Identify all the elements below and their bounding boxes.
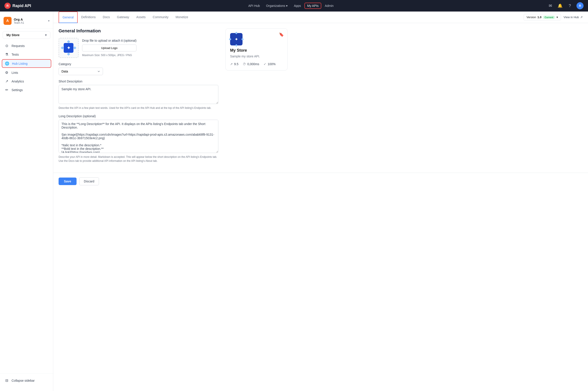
nav-my-apis[interactable]: My APIs: [304, 3, 321, 9]
nav-admin[interactable]: Admin: [322, 3, 336, 9]
store-name: My Store: [6, 33, 19, 37]
sidebar-item-analytics[interactable]: ↗ Analytics: [0, 77, 53, 86]
preview-sidebar: 🔖 ✦ My Store Sample my store API. ↗: [225, 28, 288, 167]
bell-icon[interactable]: 🔔: [557, 3, 563, 9]
tab-gateway[interactable]: Gateway: [113, 12, 133, 23]
long-desc-hint: Describe your API in more detail. Markdo…: [59, 155, 218, 163]
short-description-input[interactable]: Sample my store API.: [59, 85, 218, 104]
nav-apps[interactable]: Apps: [291, 3, 303, 9]
avatar[interactable]: R: [577, 2, 584, 9]
analytics-icon: ↗: [4, 79, 9, 83]
collapse-icon: ⊟: [4, 378, 9, 383]
topnav-right: ✉ 🔔 ? R: [547, 2, 584, 9]
long-desc-label: Long Description (optional): [59, 114, 218, 118]
chevron-down-icon: ▾: [557, 15, 558, 19]
tab-community[interactable]: Community: [149, 12, 172, 23]
sidebar-bottom: ⊟ Collapse sidebar: [0, 373, 53, 388]
category-select[interactable]: Data Finance Weather Social Sports: [59, 68, 103, 75]
preview-logo-star: ✦: [235, 37, 238, 42]
general-form: General Information ✦: [59, 28, 218, 167]
tab-monetize[interactable]: Monetize: [172, 12, 192, 23]
version-status-badge: Current: [543, 15, 555, 19]
trending-icon: ↗: [230, 62, 233, 66]
app-layout: A Org A Team A1 ▾ My Store ▾ ⊙ Requests …: [0, 11, 588, 391]
sidebar-item-label: Settings: [11, 88, 23, 92]
category-field: Category Data Finance Weather Social Spo…: [59, 62, 218, 75]
org-info: Org A Team A1: [14, 17, 46, 24]
tabs-bar: General Definitions Docs Gateway Assets …: [53, 11, 588, 23]
store-selector[interactable]: My Store ▾: [3, 31, 50, 39]
logo-text: Rapid API: [12, 3, 31, 8]
top-navigation: R Rapid API API Hub Organizations ▾ Apps…: [0, 0, 588, 11]
sidebar-item-label: Lints: [11, 71, 18, 75]
bookmark-icon[interactable]: 🔖: [279, 32, 284, 37]
preview-api-desc: Sample my store API.: [230, 54, 283, 59]
short-description-field: Short Description Sample my store API. D…: [59, 80, 218, 110]
external-link-icon: ↗: [580, 15, 583, 19]
preview-api-name: My Store: [230, 48, 283, 53]
sidebar-item-settings[interactable]: ✏ Settings: [0, 86, 53, 94]
upload-logo-button[interactable]: Upload Logo: [82, 45, 137, 51]
sidebar-item-tests[interactable]: ⚗ Tests: [0, 50, 53, 59]
sidebar-item-hub-listing[interactable]: 🌐 Hub Listing: [2, 59, 51, 68]
stat-latency: ⏱ 0,000ms: [243, 62, 259, 66]
preview-logo: ✦: [230, 33, 243, 45]
tests-icon: ⚗: [4, 52, 9, 57]
view-in-hub-label: View in Hub: [564, 15, 579, 19]
stat-score: ↗ 9.5: [230, 62, 238, 66]
save-button[interactable]: Save: [59, 178, 77, 185]
chevron-down-icon: ▾: [286, 4, 288, 7]
logo-icon: R: [4, 3, 11, 9]
view-in-hub-link[interactable]: View in Hub ↗: [564, 15, 583, 19]
globe-icon: 🌐: [5, 61, 9, 66]
version-label: Version: [527, 15, 536, 19]
main-content: General Definitions Docs Gateway Assets …: [53, 11, 588, 391]
long-description-input[interactable]: This is the **Long Description** for the…: [59, 120, 218, 153]
org-name: Org A: [14, 17, 46, 21]
mail-icon[interactable]: ✉: [547, 3, 553, 9]
sidebar-item-lints[interactable]: ⚙ Lints: [0, 68, 53, 77]
tab-docs[interactable]: Docs: [99, 12, 113, 23]
settings-icon: ✏: [4, 88, 9, 92]
sidebar-nav: ⊙ Requests ⚗ Tests 🌐 Hub Listing ⚙ Lints…: [0, 41, 53, 373]
footer-buttons: Save Discard: [53, 173, 588, 190]
category-select-wrapper: Data Finance Weather Social Sports: [59, 68, 103, 75]
sidebar: A Org A Team A1 ▾ My Store ▾ ⊙ Requests …: [0, 11, 53, 391]
preview-card: 🔖 ✦ My Store Sample my store API. ↗: [225, 28, 288, 71]
logo-upload-area: ✦ Drop file to upload or attach it (opti…: [59, 38, 218, 58]
uptime-value: 100%: [268, 62, 276, 66]
sidebar-item-label: Hub Listing: [12, 62, 27, 65]
tab-definitions[interactable]: Definitions: [78, 12, 99, 23]
sidebar-item-label: Requests: [11, 44, 25, 48]
clock-icon: ⏱: [243, 62, 246, 66]
preview-stats: ↗ 9.5 ⏱ 0,000ms ✓ 100%: [230, 62, 283, 66]
tab-general[interactable]: General: [59, 11, 78, 23]
lints-icon: ⚙: [4, 71, 9, 75]
collapse-sidebar-button[interactable]: ⊟ Collapse sidebar: [0, 376, 53, 385]
org-team: Team A1: [14, 21, 46, 24]
collapse-label: Collapse sidebar: [11, 379, 35, 382]
discard-button[interactable]: Discard: [79, 177, 99, 185]
nav-organizations[interactable]: Organizations ▾: [263, 3, 290, 9]
logo-drop-zone[interactable]: ✦: [59, 38, 79, 58]
latency-value: 0,000ms: [247, 62, 259, 66]
requests-icon: ⊙: [4, 44, 9, 48]
score-value: 9.5: [234, 62, 238, 66]
page-content: General Information ✦: [53, 23, 588, 173]
sidebar-item-label: Tests: [11, 53, 19, 56]
short-desc-hint: Describe the API in a few plain text wor…: [59, 106, 218, 110]
stat-uptime: ✓ 100%: [264, 62, 276, 66]
org-selector[interactable]: A Org A Team A1 ▾: [0, 15, 53, 29]
version-number: 1.0: [537, 15, 541, 19]
chevron-down-icon: ▾: [48, 19, 49, 22]
version-selector[interactable]: Version 1.0 Current ▾: [524, 14, 561, 21]
upload-hint: Drop file to upload or attach it (option…: [82, 39, 137, 42]
chevron-down-icon: ▾: [45, 33, 47, 37]
sidebar-item-requests[interactable]: ⊙ Requests: [0, 41, 53, 50]
topnav-links: API Hub Organizations ▾ Apps My APIs Adm…: [40, 3, 542, 9]
tab-assets[interactable]: Assets: [133, 12, 149, 23]
help-icon[interactable]: ?: [567, 3, 573, 9]
nav-api-hub[interactable]: API Hub: [246, 3, 263, 9]
logo[interactable]: R Rapid API: [4, 3, 31, 9]
section-title: General Information: [59, 28, 218, 33]
